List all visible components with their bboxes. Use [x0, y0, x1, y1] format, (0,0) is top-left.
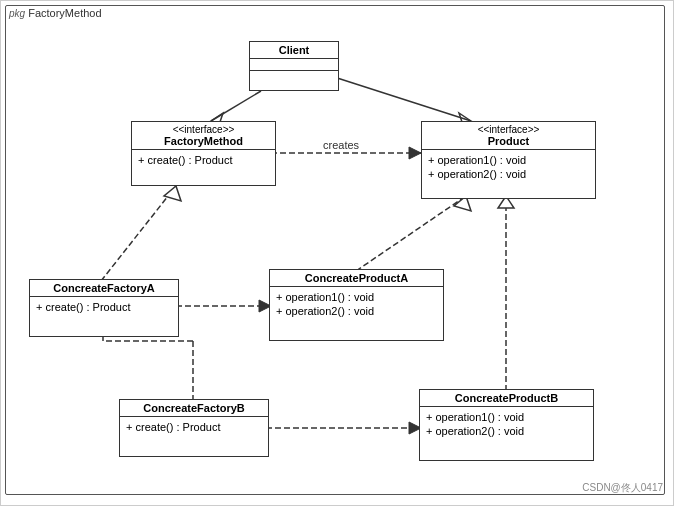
- client-name: Client: [279, 44, 310, 56]
- concrete-product-a-method1: + operation1() : void: [276, 290, 437, 304]
- watermark: CSDN@佟人0417: [582, 481, 663, 495]
- client-box: Client: [249, 41, 339, 91]
- concrete-product-a-body: + operation1() : void + operation2() : v…: [270, 287, 443, 321]
- concrete-factory-b-method1: + create() : Product: [126, 420, 262, 434]
- concrete-factory-a-name: ConcreateFactoryA: [53, 282, 154, 294]
- product-stereotype: <<interface>>: [426, 124, 591, 135]
- concrete-product-b-method1: + operation1() : void: [426, 410, 587, 424]
- concrete-product-a-name: ConcreateProductA: [305, 272, 408, 284]
- concrete-product-b-body: + operation1() : void + operation2() : v…: [420, 407, 593, 441]
- pkg-keyword: pkg: [9, 8, 25, 19]
- concrete-factory-b-name: ConcreateFactoryB: [143, 402, 244, 414]
- concrete-product-b-name: ConcreateProductB: [455, 392, 558, 404]
- concrete-factory-b-body: + create() : Product: [120, 417, 268, 437]
- pkg-label: pkg FactoryMethod: [9, 7, 102, 19]
- factory-method-box: <<interface>> FactoryMethod + create() :…: [131, 121, 276, 186]
- product-method1: + operation1() : void: [428, 153, 589, 167]
- product-name: Product: [488, 135, 530, 147]
- factory-method-stereotype: <<interface>>: [136, 124, 271, 135]
- factory-method-method1: + create() : Product: [138, 153, 269, 167]
- concrete-factory-b-box: ConcreateFactoryB + create() : Product: [119, 399, 269, 457]
- creates-label: creates: [321, 139, 361, 151]
- concrete-product-a-method2: + operation2() : void: [276, 304, 437, 318]
- factory-method-name: FactoryMethod: [164, 135, 243, 147]
- product-box: <<interface>> Product + operation1() : v…: [421, 121, 596, 199]
- concrete-product-b-box: ConcreateProductB + operation1() : void …: [419, 389, 594, 461]
- product-method2: + operation2() : void: [428, 167, 589, 181]
- diagram-container: pkg FactoryMethod: [0, 0, 674, 506]
- pkg-name: FactoryMethod: [28, 7, 101, 19]
- concrete-product-a-box: ConcreateProductA + operation1() : void …: [269, 269, 444, 341]
- factory-method-body: + create() : Product: [132, 150, 275, 170]
- product-body: + operation1() : void + operation2() : v…: [422, 150, 595, 184]
- concrete-factory-a-box: ConcreateFactoryA + create() : Product: [29, 279, 179, 337]
- concrete-factory-a-method1: + create() : Product: [36, 300, 172, 314]
- concrete-factory-a-body: + create() : Product: [30, 297, 178, 317]
- concrete-product-b-method2: + operation2() : void: [426, 424, 587, 438]
